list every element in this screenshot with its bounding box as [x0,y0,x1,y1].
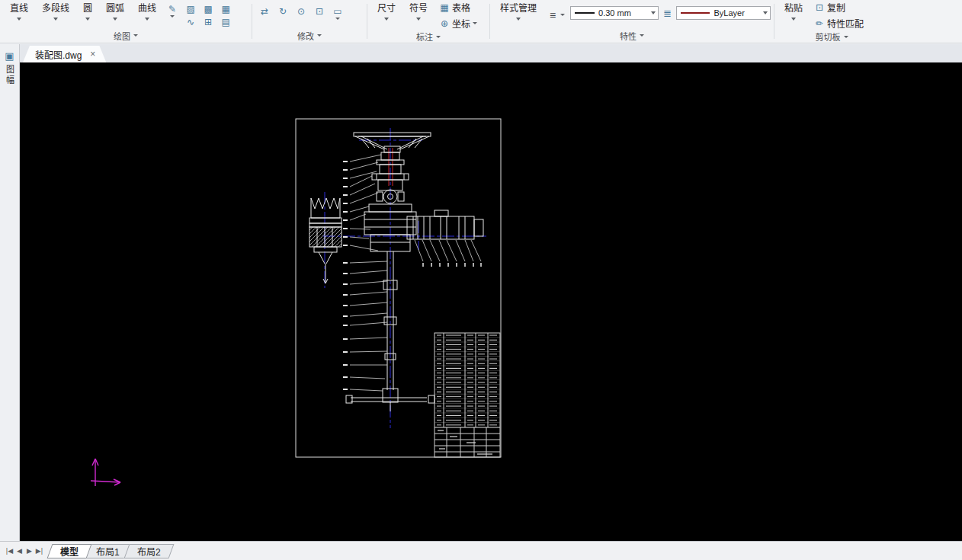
close-icon[interactable]: × [88,50,97,59]
array-icon[interactable]: ▭ [330,5,345,18]
table-button[interactable]: ▦ 表格 [436,0,480,14]
array-tool[interactable]: ▭ [330,5,345,20]
ribbon-group-draw: 直线 多段线 圆 圆弧 曲线 ✎ [0,0,252,43]
document-tab-active[interactable]: 装配图.dwg × [23,46,106,62]
copy-label: 复制 [827,1,845,14]
sheet-frame-icon[interactable]: ▣ [2,48,18,63]
chevron-down-icon[interactable] [113,18,117,21]
list-icon[interactable]: ≣ [662,8,674,19]
copy-icon: ⊡ [814,1,825,14]
annotate-group-label[interactable]: 标注 [367,30,489,43]
first-tab-button[interactable]: |◀ [5,546,14,556]
sheet-panel-tab[interactable]: 图幅 [4,65,16,86]
curve-button[interactable]: 曲线 [133,2,162,21]
table-label: 表格 [452,1,470,14]
circle-button[interactable]: 圆 [78,2,98,21]
clipboard-group-label-text: 剪切板 [816,30,841,43]
circle-label: 圆 [83,3,92,14]
tab-layout2[interactable]: 布局2 [123,544,174,558]
chevron-down-icon[interactable] [651,11,656,14]
properties-group-label[interactable]: 特性 [490,28,774,43]
style-manager-label: 样式管理 [500,3,537,14]
draw-group-label[interactable]: 绘图 [0,28,252,43]
hatch-icon[interactable]: ▨ [183,2,198,15]
layer-menu-button[interactable]: ≡ [545,8,567,22]
coordinate-button[interactable]: ⊕ 坐标 [436,16,480,30]
chevron-down-icon[interactable] [791,18,796,21]
tab-layout1-label: 布局1 [96,545,120,558]
drawing-canvas[interactable] [20,62,962,541]
properties-group-label-text: 特性 [620,30,637,42]
copy-object-icon[interactable]: ⊡ [312,5,327,18]
rotate-icon[interactable]: ↻ [275,5,290,18]
dimension-label: 尺寸 [377,3,396,14]
pattern-icon[interactable]: ▤ [218,15,233,28]
bylayer-line-sample [681,12,710,14]
tab-layout2-label: 布局2 [137,545,161,558]
prev-tab-button[interactable]: ◀ [14,546,24,556]
chevron-down-icon [317,34,322,37]
clipboard-group-label[interactable]: 剪切板 [774,30,889,43]
chevron-down-icon[interactable] [335,18,340,20]
lineweight-select[interactable]: 0.30 mm [570,6,659,20]
balloon-numbers-right [423,263,481,267]
document-title: 装配图.dwg [35,48,82,61]
curve-label: 曲线 [138,3,156,14]
chevron-down-icon [640,34,644,37]
layout-tabs: 模型 布局1 布局2 [47,542,171,560]
chevron-down-icon[interactable] [473,22,477,24]
lineweight-sample [575,12,595,14]
copy-button[interactable]: ⊡ 复制 [811,0,867,14]
chevron-down-icon[interactable] [170,15,175,18]
modify-group-label-text: 修改 [297,30,314,42]
chevron-down-icon[interactable] [384,18,389,21]
draw-group-label-text: 绘图 [114,30,130,42]
color-select[interactable]: ByLayer [676,6,771,20]
chevron-down-icon[interactable] [763,11,768,14]
chevron-down-icon[interactable] [416,18,421,21]
chevron-down-icon[interactable] [145,18,149,21]
polyline-button[interactable]: 多段线 [37,2,75,21]
line-button[interactable]: 直线 [5,2,34,21]
sketch-icon[interactable]: ✎ [165,2,180,15]
polyline-label: 多段线 [42,3,69,14]
chevron-down-icon[interactable] [516,18,521,21]
tab-model[interactable]: 模型 [47,544,92,558]
fill-icon[interactable]: ▩ [200,2,216,15]
trim-icon[interactable]: ⊙ [293,5,309,18]
draw-icon-grid: ▨ ▩ ▦ ∿ ⊞ ▤ [183,2,236,28]
cad-drawing [20,62,962,541]
chevron-down-icon[interactable] [85,18,90,21]
color-value: ByLayer [713,8,761,18]
chevron-down-icon [436,36,441,38]
grid-icon[interactable]: ⊞ [200,15,216,28]
next-tab-button[interactable]: ▶ [24,546,34,556]
symbol-label: 符号 [409,3,428,14]
chevron-down-icon[interactable] [560,14,565,16]
ucs-icon [91,459,120,486]
chevron-down-icon[interactable] [53,18,58,21]
chevron-down-icon [133,34,138,37]
arc-button[interactable]: 圆弧 [101,2,130,21]
match-properties-button[interactable]: ✏ 特性匹配 [811,16,867,30]
modify-group-label[interactable]: 修改 [252,28,367,43]
tab-model-label: 模型 [60,545,79,558]
sketch-tool[interactable]: ✎ [165,2,180,18]
ribbon-group-properties: 样式管理 ≡ 0.30 mm ≣ ByLayer 特性 [490,0,774,43]
move-icon[interactable]: ⇄ [257,5,272,18]
coordinate-icon: ⊕ [439,17,450,30]
last-tab-button[interactable]: ▶| [34,546,44,556]
arc-label: 圆弧 [106,3,124,14]
symbol-button[interactable]: 符号 [404,2,433,21]
region-icon[interactable]: ▦ [218,2,233,15]
style-manager-button[interactable]: 样式管理 [495,2,542,21]
spline-icon[interactable]: ∿ [183,15,198,28]
paste-button[interactable]: 粘贴 [779,2,808,21]
balloon-numbers-left [343,162,348,389]
bom-table [435,333,500,457]
coordinate-label: 坐标 [452,17,470,30]
chevron-down-icon [844,36,848,38]
menu-icon: ≡ [547,8,558,21]
dimension-button[interactable]: 尺寸 [372,2,401,21]
chevron-down-icon[interactable] [17,18,21,21]
